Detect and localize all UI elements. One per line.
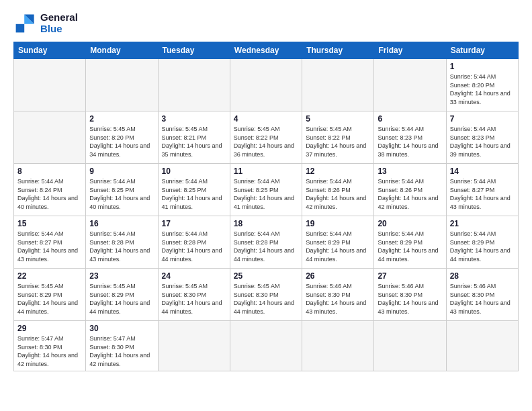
day-number: 25 — [234, 271, 298, 281]
calendar-day-header: Sunday — [14, 42, 86, 59]
calendar-cell: 4Sunrise: 5:45 AMSunset: 8:22 PMDaylight… — [230, 111, 302, 164]
calendar-cell: 29Sunrise: 5:47 AMSunset: 8:30 PMDayligh… — [14, 321, 86, 371]
calendar-cell: 24Sunrise: 5:45 AMSunset: 8:30 PMDayligh… — [158, 269, 230, 321]
calendar-cell — [374, 59, 446, 111]
day-info: Sunrise: 5:44 AMSunset: 8:23 PMDaylight:… — [378, 125, 442, 158]
calendar-day-header: Saturday — [446, 42, 518, 59]
calendar-cell — [446, 321, 518, 371]
day-number: 7 — [450, 114, 515, 124]
day-number: 18 — [234, 219, 298, 228]
calendar-cell: 18Sunrise: 5:44 AMSunset: 8:28 PMDayligh… — [230, 216, 302, 269]
day-info: Sunrise: 5:44 AMSunset: 8:23 PMDaylight:… — [450, 125, 515, 158]
day-info: Sunrise: 5:45 AMSunset: 8:30 PMDaylight:… — [162, 282, 226, 316]
calendar-cell: 11Sunrise: 5:44 AMSunset: 8:25 PMDayligh… — [230, 164, 302, 216]
day-info: Sunrise: 5:45 AMSunset: 8:20 PMDaylight:… — [89, 125, 154, 158]
calendar-cell: 7Sunrise: 5:44 AMSunset: 8:23 PMDaylight… — [446, 111, 518, 164]
day-info: Sunrise: 5:46 AMSunset: 8:30 PMDaylight:… — [450, 282, 515, 316]
calendar-cell: 16Sunrise: 5:44 AMSunset: 8:28 PMDayligh… — [86, 216, 158, 269]
calendar-cell: 20Sunrise: 5:44 AMSunset: 8:29 PMDayligh… — [374, 216, 446, 269]
day-number: 4 — [234, 114, 298, 124]
calendar-day-header: Monday — [86, 42, 158, 59]
calendar-cell — [230, 321, 302, 371]
calendar-cell — [14, 59, 86, 111]
calendar-cell: 6Sunrise: 5:44 AMSunset: 8:23 PMDaylight… — [374, 111, 446, 164]
calendar-cell: 13Sunrise: 5:44 AMSunset: 8:26 PMDayligh… — [374, 164, 446, 216]
calendar-day-header: Tuesday — [158, 42, 230, 59]
day-number: 21 — [450, 219, 515, 228]
day-number: 28 — [450, 271, 515, 281]
day-number: 6 — [378, 114, 442, 124]
calendar-cell: 3Sunrise: 5:45 AMSunset: 8:21 PMDaylight… — [158, 111, 230, 164]
day-info: Sunrise: 5:44 AMSunset: 8:26 PMDaylight:… — [378, 177, 442, 211]
page: General Blue SundayMondayTuesdayWednesda… — [0, 0, 532, 411]
calendar-cell — [302, 59, 374, 111]
calendar-day-header: Thursday — [302, 42, 374, 59]
day-info: Sunrise: 5:45 AMSunset: 8:29 PMDaylight:… — [89, 282, 154, 316]
logo: General Blue — [13, 11, 78, 35]
day-info: Sunrise: 5:45 AMSunset: 8:22 PMDaylight:… — [234, 125, 298, 158]
day-number: 2 — [89, 114, 154, 124]
day-number: 14 — [450, 167, 515, 176]
logo-icon — [13, 11, 38, 35]
calendar-cell: 28Sunrise: 5:46 AMSunset: 8:30 PMDayligh… — [446, 269, 518, 321]
calendar-cell — [86, 59, 158, 111]
calendar-cell — [230, 59, 302, 111]
day-info: Sunrise: 5:45 AMSunset: 8:30 PMDaylight:… — [234, 282, 298, 316]
day-number: 1 — [450, 62, 515, 71]
calendar-cell: 8Sunrise: 5:44 AMSunset: 8:24 PMDaylight… — [14, 164, 86, 216]
calendar-cell — [302, 321, 374, 371]
day-info: Sunrise: 5:46 AMSunset: 8:30 PMDaylight:… — [306, 282, 370, 316]
calendar-cell: 17Sunrise: 5:44 AMSunset: 8:28 PMDayligh… — [158, 216, 230, 269]
calendar-cell: 1Sunrise: 5:44 AMSunset: 8:20 PMDaylight… — [446, 59, 518, 111]
calendar-cell: 9Sunrise: 5:44 AMSunset: 8:25 PMDaylight… — [86, 164, 158, 216]
day-number: 19 — [306, 219, 370, 228]
day-number: 17 — [162, 219, 226, 228]
day-number: 24 — [162, 271, 226, 281]
day-info: Sunrise: 5:44 AMSunset: 8:29 PMDaylight:… — [450, 230, 515, 263]
calendar-week-row: 29Sunrise: 5:47 AMSunset: 8:30 PMDayligh… — [14, 321, 519, 371]
header: General Blue — [13, 11, 519, 35]
calendar-header-row: SundayMondayTuesdayWednesdayThursdayFrid… — [14, 42, 519, 59]
calendar-cell: 26Sunrise: 5:46 AMSunset: 8:30 PMDayligh… — [302, 269, 374, 321]
day-number: 27 — [378, 271, 442, 281]
day-number: 11 — [234, 167, 298, 176]
day-number: 30 — [89, 324, 154, 333]
calendar-week-row: 2Sunrise: 5:45 AMSunset: 8:20 PMDaylight… — [14, 111, 519, 164]
calendar-cell: 30Sunrise: 5:47 AMSunset: 8:30 PMDayligh… — [86, 321, 158, 371]
calendar-cell — [374, 321, 446, 371]
day-info: Sunrise: 5:44 AMSunset: 8:20 PMDaylight:… — [450, 73, 515, 106]
day-info: Sunrise: 5:44 AMSunset: 8:26 PMDaylight:… — [306, 177, 370, 211]
day-number: 26 — [306, 271, 370, 281]
day-info: Sunrise: 5:44 AMSunset: 8:28 PMDaylight:… — [89, 230, 154, 263]
calendar-week-row: 1Sunrise: 5:44 AMSunset: 8:20 PMDaylight… — [14, 59, 519, 111]
calendar-cell: 2Sunrise: 5:45 AMSunset: 8:20 PMDaylight… — [86, 111, 158, 164]
day-number: 22 — [17, 271, 82, 281]
day-info: Sunrise: 5:47 AMSunset: 8:30 PMDaylight:… — [89, 334, 154, 368]
calendar-cell: 12Sunrise: 5:44 AMSunset: 8:26 PMDayligh… — [302, 164, 374, 216]
calendar-cell: 21Sunrise: 5:44 AMSunset: 8:29 PMDayligh… — [446, 216, 518, 269]
day-info: Sunrise: 5:46 AMSunset: 8:30 PMDaylight:… — [378, 282, 442, 316]
calendar-week-row: 15Sunrise: 5:44 AMSunset: 8:27 PMDayligh… — [14, 216, 519, 269]
day-number: 3 — [162, 114, 226, 124]
day-number: 12 — [306, 167, 370, 176]
calendar-cell: 23Sunrise: 5:45 AMSunset: 8:29 PMDayligh… — [86, 269, 158, 321]
calendar-cell: 22Sunrise: 5:45 AMSunset: 8:29 PMDayligh… — [14, 269, 86, 321]
calendar-cell: 5Sunrise: 5:45 AMSunset: 8:22 PMDaylight… — [302, 111, 374, 164]
day-number: 16 — [89, 219, 154, 228]
calendar-week-row: 8Sunrise: 5:44 AMSunset: 8:24 PMDaylight… — [14, 164, 519, 216]
calendar-day-header: Friday — [374, 42, 446, 59]
day-number: 13 — [378, 167, 442, 176]
logo-text: General Blue — [40, 11, 78, 34]
calendar-cell — [158, 59, 230, 111]
day-info: Sunrise: 5:45 AMSunset: 8:21 PMDaylight:… — [162, 125, 226, 158]
calendar-cell: 10Sunrise: 5:44 AMSunset: 8:25 PMDayligh… — [158, 164, 230, 216]
calendar-cell — [14, 111, 86, 164]
day-info: Sunrise: 5:45 AMSunset: 8:22 PMDaylight:… — [306, 125, 370, 158]
day-number: 8 — [17, 167, 82, 176]
calendar-cell: 27Sunrise: 5:46 AMSunset: 8:30 PMDayligh… — [374, 269, 446, 321]
day-info: Sunrise: 5:44 AMSunset: 8:27 PMDaylight:… — [450, 177, 515, 211]
day-info: Sunrise: 5:44 AMSunset: 8:29 PMDaylight:… — [306, 230, 370, 263]
svg-rect-2 — [16, 24, 25, 33]
calendar-cell: 25Sunrise: 5:45 AMSunset: 8:30 PMDayligh… — [230, 269, 302, 321]
day-number: 9 — [89, 167, 154, 176]
